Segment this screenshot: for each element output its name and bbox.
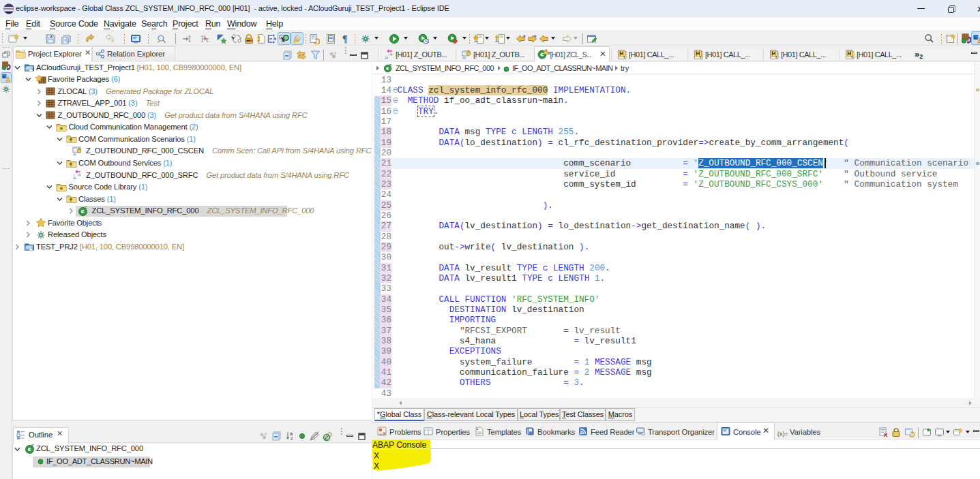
svg-text:¶: ¶ <box>342 34 348 44</box>
svg-text:z: z <box>291 435 293 442</box>
svg-text:F: F <box>85 206 87 211</box>
svg-text:F: F <box>31 444 34 448</box>
svg-text:F: F <box>389 63 392 67</box>
